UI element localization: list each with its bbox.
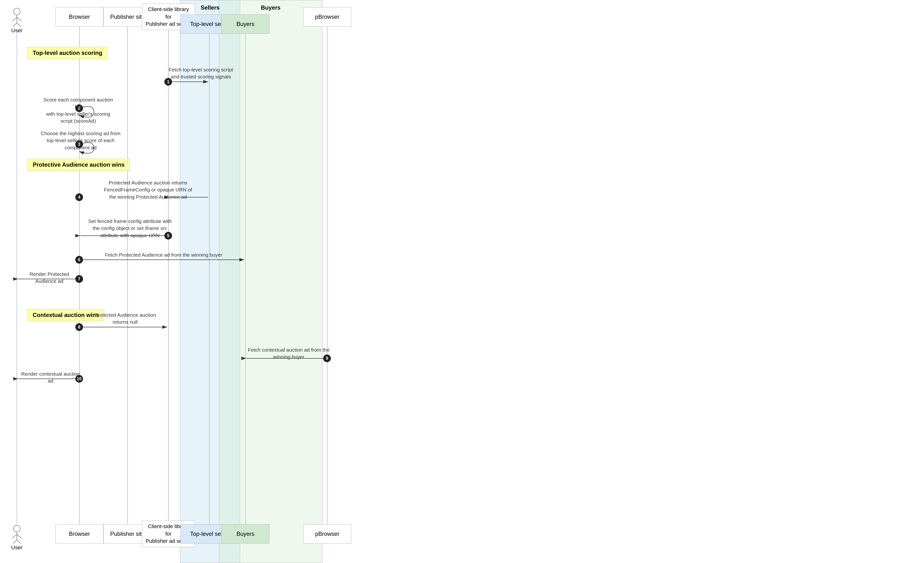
buyers-lifeline bbox=[245, 34, 246, 524]
step-7-label: Render Protected Audience ad bbox=[19, 271, 80, 285]
step-1-label: Fetch top-level scoring scriptand truste… bbox=[168, 66, 233, 80]
csl-lifeline bbox=[168, 30, 169, 524]
note-top-level-auction: Top-level auction scoring bbox=[28, 47, 107, 59]
note-protective-audience: Protective Audience auction wins bbox=[28, 159, 130, 171]
svg-line-4 bbox=[12, 23, 17, 27]
pbrowser-box-bottom: pBrowser bbox=[303, 524, 351, 544]
step-4-circle: 4 bbox=[75, 193, 83, 201]
user-bottom-label: User bbox=[10, 545, 24, 551]
step-4-label: Protected Audience auction returnsFenced… bbox=[96, 179, 200, 200]
buyers-box-top: Buyers bbox=[221, 14, 270, 34]
svg-line-21 bbox=[17, 540, 21, 544]
publisher-lifeline bbox=[127, 27, 128, 524]
step-5-label: Set fenced frame config attribute withth… bbox=[87, 218, 173, 239]
user-figure-bottom: User bbox=[10, 524, 24, 551]
user-figure-top: User bbox=[10, 7, 24, 34]
step-2-label: Score each component auction bidwith top… bbox=[41, 96, 116, 124]
svg-line-18 bbox=[12, 535, 17, 538]
arrows-svg bbox=[0, 0, 924, 563]
step-9-label: Fetch contextual auction ad from the win… bbox=[245, 346, 332, 361]
user-lifeline bbox=[16, 31, 17, 524]
step-6-label: Fetch Protected Audience ad from the win… bbox=[96, 251, 231, 258]
svg-line-2 bbox=[12, 17, 17, 21]
svg-line-5 bbox=[17, 23, 21, 27]
step-10-label: Render contextual auction ad bbox=[21, 370, 81, 385]
step-3-label: Choose the highest scoring ad fromtop-le… bbox=[40, 130, 122, 151]
step-8-circle: 8 bbox=[75, 323, 83, 331]
svg-line-20 bbox=[12, 540, 17, 544]
svg-line-19 bbox=[17, 535, 22, 538]
svg-line-3 bbox=[17, 17, 22, 21]
svg-point-0 bbox=[14, 8, 20, 15]
diagram-container: Sellers Buyers User Browser Publisher si… bbox=[0, 0, 924, 563]
buyers-box-bottom: Buyers bbox=[221, 524, 270, 544]
step-8-label: Protected Audience auctionreturns null bbox=[92, 311, 159, 326]
buyers-section bbox=[219, 0, 322, 563]
step-6-circle: 6 bbox=[75, 256, 83, 264]
pbrowser-box-top: pBrowser bbox=[303, 7, 351, 27]
browser-box-top: Browser bbox=[56, 7, 104, 27]
svg-point-16 bbox=[14, 525, 20, 532]
tls-lifeline bbox=[209, 34, 210, 524]
pbrowser-lifeline bbox=[327, 27, 327, 524]
browser-box-bottom: Browser bbox=[56, 524, 104, 544]
